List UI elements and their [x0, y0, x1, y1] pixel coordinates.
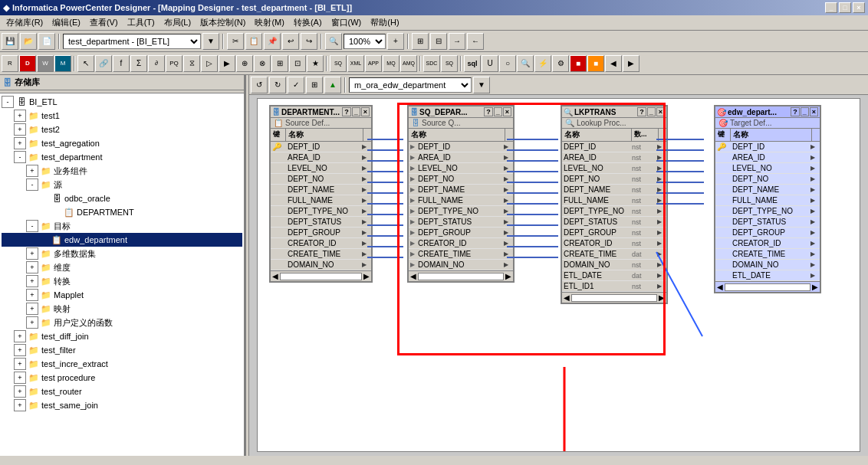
tb2-btn6[interactable]: f [113, 55, 130, 72]
tree-item-target[interactable]: - 📁 目标 [2, 219, 242, 233]
tb-drop[interactable]: ▼ [202, 33, 219, 50]
tree-item-test-department[interactable]: - 📁 test_department [2, 150, 242, 164]
tb-open[interactable]: 📂 [20, 33, 37, 50]
sq-header[interactable]: 🗄 SQ_DEPAR... ? _ × [409, 106, 513, 118]
tb-btn3[interactable]: 📄 [38, 33, 55, 50]
tb-zoom-in[interactable]: + [387, 33, 404, 50]
tb2-btn13[interactable]: ⊗ [254, 55, 271, 72]
tree-expand-test-procedure[interactable]: + [14, 372, 26, 384]
menu-tools[interactable]: 工具(T) [123, 15, 159, 30]
tb2-btn4[interactable]: M [54, 55, 71, 72]
tree-item-test-same-join[interactable]: + 📁 test_same_join [2, 398, 242, 412]
tb2-select[interactable]: ↖ [77, 55, 94, 72]
edw-header[interactable]: 🎯 edw_depart... ? _ × [715, 106, 820, 118]
tree-item-multidata[interactable]: + 📁 多维数据集 [2, 247, 242, 260]
mapping-combo[interactable]: test_department - [BI_ETL] [63, 34, 201, 49]
maximize-button[interactable]: □ [839, 2, 851, 13]
edw-scroll[interactable]: ◀▶ [715, 281, 820, 292]
tree-item-bi-etl[interactable]: - 🗄 BI_ETL [2, 95, 242, 109]
menu-layout[interactable]: 布局(L) [159, 15, 196, 30]
tb2-mq[interactable]: MQ [383, 55, 399, 72]
menu-help[interactable]: 帮助(H) [366, 15, 403, 30]
tb-extra2[interactable]: ⊟ [430, 33, 447, 50]
tree-expand-test1[interactable]: + [14, 110, 26, 122]
canvas-tb-validate[interactable]: ✓ [288, 77, 304, 93]
tb2-btn7[interactable]: Σ [130, 55, 147, 72]
tb2-btn11[interactable]: ▶ [219, 55, 235, 72]
tree-item-mapplet[interactable]: + 📁 Mapplet [2, 288, 242, 302]
tree-expand-user-func[interactable]: + [26, 316, 38, 329]
tb-zoom-out[interactable]: 🔍 [325, 33, 342, 50]
tree-item-edw-department[interactable]: 📋 edw_department [2, 233, 242, 247]
lkp-q[interactable]: ? [637, 107, 646, 116]
edw-q[interactable]: ? [791, 107, 800, 116]
dept-min[interactable]: _ [352, 107, 360, 116]
tree-expand-test-department[interactable]: - [14, 151, 26, 163]
tree-item-user-func[interactable]: + 📁 用户定义的函数 [2, 316, 242, 329]
tree-expand-test2[interactable]: + [14, 123, 26, 136]
tb2-plug[interactable]: ⚡ [534, 55, 551, 72]
zoom-combo[interactable]: 100% [344, 34, 386, 49]
edw-min[interactable]: _ [801, 107, 809, 116]
tree-item-transform[interactable]: + 📁 转换 [2, 274, 242, 288]
tree-item-test-diff-join[interactable]: + 📁 test_diff_join [2, 329, 242, 343]
edw-close[interactable]: × [810, 107, 818, 116]
tree-expand-test-router[interactable]: + [14, 385, 26, 398]
lkp-close[interactable]: × [656, 107, 665, 116]
tb2-sqlbtn[interactable]: sql [464, 55, 481, 72]
tree-expand-mapplet[interactable]: + [26, 289, 38, 301]
tree-item-source[interactable]: - 📁 源 [2, 178, 242, 192]
tree-item-test2[interactable]: + 📁 test2 [2, 123, 242, 136]
canvas-combo-drop[interactable]: ▼ [473, 77, 490, 93]
tree-expand-test-aggregation[interactable]: + [14, 137, 26, 149]
tb-save[interactable]: 💾 [2, 33, 18, 50]
tb2-sq1[interactable]: SQ [330, 55, 347, 72]
canvas-tb-btn2[interactable]: ↻ [269, 77, 286, 93]
tb-undo[interactable]: ↩ [282, 33, 299, 50]
tree-expand-mapping[interactable]: + [26, 303, 38, 315]
dept-header[interactable]: 🗄 DEPARTMENT... ? _ × [271, 106, 371, 118]
tb2-btn9[interactable]: ⧖ [183, 55, 200, 72]
tb2-btn3[interactable]: W [37, 55, 54, 72]
menu-transform[interactable]: 转换(A) [289, 15, 327, 30]
tree-item-test-incre-extract[interactable]: + 📁 test_incre_extract [2, 357, 242, 371]
tree-item-test1[interactable]: + 📁 test1 [2, 109, 242, 123]
tree-expand-transform[interactable]: + [26, 275, 38, 287]
dept-scroll[interactable]: ◀▶ [271, 270, 371, 281]
tb2-btn1[interactable]: R [2, 55, 18, 72]
menu-view[interactable]: 查看(V) [85, 15, 123, 30]
dept-q[interactable]: ? [342, 107, 351, 116]
tb2-orange[interactable]: ■ [587, 55, 604, 72]
canvas-tb-btn1[interactable]: ↺ [251, 77, 268, 93]
tb2-circle[interactable]: ○ [499, 55, 516, 72]
tree-expand-source[interactable]: - [26, 178, 38, 191]
lkp-min[interactable]: _ [647, 107, 656, 116]
close-button[interactable]: × [853, 2, 865, 13]
tree-item-test-aggregation[interactable]: + 📁 test_agregation [2, 136, 242, 150]
menu-edit[interactable]: 编辑(E) [48, 15, 85, 30]
tb2-btn12[interactable]: ⊕ [236, 55, 253, 72]
tree-item-test-procedure[interactable]: + 📁 test procedure [2, 371, 242, 385]
tree-expand-test-incre-extract[interactable]: + [14, 358, 26, 370]
dept-close[interactable]: × [361, 107, 370, 116]
lkp-scroll[interactable]: ◀▶ [562, 292, 666, 303]
tb-extra3[interactable]: → [449, 33, 465, 50]
tb2-xml[interactable]: XML [347, 55, 364, 72]
tb2-amq[interactable]: AMQ [400, 55, 417, 72]
menu-version[interactable]: 版本控制(N) [196, 15, 250, 30]
tree-item-business-component[interactable]: + 📁 业务组件 [2, 164, 242, 178]
sq-scroll[interactable]: ◀▶ [409, 270, 513, 281]
tb2-link[interactable]: 🔗 [95, 55, 112, 72]
tb2-btn8[interactable]: ∂ [148, 55, 165, 72]
tb2-btn15[interactable]: ⊡ [289, 55, 306, 72]
tb2-ubtn[interactable]: U [482, 55, 498, 72]
tree-expand-target[interactable]: - [26, 220, 38, 232]
tb-extra4[interactable]: ← [467, 33, 484, 50]
tb2-next[interactable]: ▶ [623, 55, 639, 72]
tree-expand-dimension[interactable]: + [26, 261, 38, 273]
tree-expand-bi-etl[interactable]: - [2, 96, 14, 108]
tb2-gear[interactable]: ⚙ [552, 55, 569, 72]
mapping-name-combo[interactable]: m_ora_edw_department [349, 77, 472, 93]
tree-expand-test-same-join[interactable]: + [14, 399, 26, 411]
tb-extra1[interactable]: ⊞ [412, 33, 429, 50]
